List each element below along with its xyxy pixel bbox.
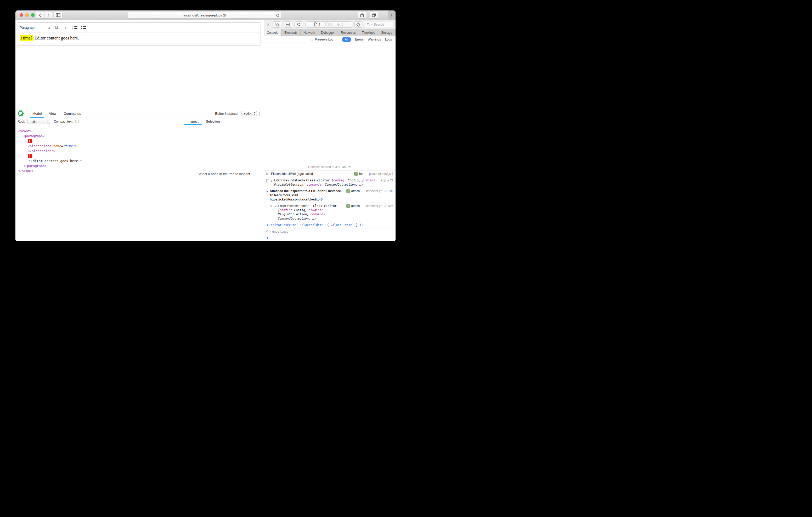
tree-line[interactable]: <placeholder name="time"> xyxy=(18,144,184,149)
dash: — xyxy=(361,189,364,193)
model-tree-pane: Root: main Compact text: <$root><paragra xyxy=(16,118,184,241)
zoom-window-button[interactable] xyxy=(31,13,34,17)
console-row[interactable] xyxy=(264,235,396,241)
tree-line[interactable]: </paragraph> xyxy=(18,163,184,168)
source-file-link[interactable]: inspector.js:133:326 xyxy=(366,204,394,208)
tree-line[interactable]: ] xyxy=(18,153,184,158)
numbered-list-icon: 1 2 xyxy=(72,26,78,29)
console-source-location[interactable]: ƒinit — placeholderui.js:7 xyxy=(354,172,394,176)
bulleted-list-button[interactable] xyxy=(79,24,88,31)
console-row[interactable]: ▶Editor was initialized – ClassicEditor … xyxy=(264,177,396,188)
console-segment: – xyxy=(310,204,313,208)
tab-debugger[interactable]: Debugger xyxy=(318,29,338,36)
tab-commands[interactable]: Commands xyxy=(60,109,85,118)
console-row[interactable]: undefined xyxy=(264,228,396,235)
issues-summary-button[interactable]: 4 0 xyxy=(306,22,352,28)
detach-button[interactable] xyxy=(272,22,281,28)
close-window-button[interactable] xyxy=(20,13,23,17)
console-row[interactable]: editor.execute( 'placeholder', { value: … xyxy=(264,222,396,228)
tree-token-tag: $root xyxy=(20,129,30,133)
source-file-link[interactable]: app.js:21 xyxy=(381,178,394,182)
console-source-location[interactable]: app.js:21 xyxy=(381,178,394,182)
source-file-link[interactable]: inspector.js:133:182 xyxy=(366,189,394,193)
element-picker-button[interactable] xyxy=(354,22,362,28)
tab-resources[interactable]: Resources xyxy=(338,29,359,36)
tab-overview-button[interactable] xyxy=(370,12,378,19)
editor-text: Editor content goes here. xyxy=(34,35,79,40)
preserve-log-label: Preserve Log xyxy=(315,38,333,41)
ckeditor-toolbar: Paragraph B I 1 2 xyxy=(17,23,261,32)
inspector-collapse-button[interactable] xyxy=(260,112,260,116)
new-tab-button[interactable]: + xyxy=(388,10,396,20)
devtools-toolbar: ✕ xyxy=(264,20,396,29)
console-segment: – xyxy=(303,179,306,182)
tree-token-ab: > xyxy=(45,164,47,168)
source-file-link[interactable]: placeholderui.js:7 xyxy=(369,172,394,176)
address-bar[interactable]: localhost/creating-a-plugin2/ xyxy=(128,12,282,19)
console-row[interactable]: ▼Attached the inspector to a CKEditor 5 … xyxy=(264,188,396,203)
console-segment: Editor was initialized xyxy=(274,179,303,182)
tab-elements[interactable]: Elements xyxy=(282,29,300,36)
forward-button[interactable] xyxy=(44,12,53,19)
italic-button[interactable]: I xyxy=(61,24,70,31)
dock-side-button[interactable] xyxy=(284,22,292,28)
tree-line[interactable]: <$root> xyxy=(18,129,184,133)
tab-inspect[interactable]: Inspect xyxy=(184,118,202,125)
console-link[interactable]: https://ckeditor.com/docs/ckeditor5 xyxy=(270,197,323,201)
editor-editable-area[interactable]: {time} Editor content goes here. xyxy=(17,32,261,45)
tree-line[interactable]: <paragraph> xyxy=(18,133,184,139)
tree-line[interactable]: [ xyxy=(18,139,184,144)
console-source-location[interactable]: ƒattach — inspector.js:133:326 xyxy=(346,204,394,208)
console-row[interactable]: ▶Editor instance "editor" – ClassicEdito… xyxy=(264,203,396,222)
tab-selection[interactable]: Selection xyxy=(202,118,224,125)
root-select[interactable]: main xyxy=(27,119,50,124)
disclosure-triangle-icon[interactable]: ▶ xyxy=(271,179,272,183)
disclosure-triangle-icon[interactable]: ▼ xyxy=(266,190,268,194)
share-button[interactable] xyxy=(357,12,366,19)
console-segment: plugins xyxy=(362,179,375,182)
tab-view[interactable]: View xyxy=(45,109,60,118)
preserve-log-checkbox[interactable] xyxy=(310,38,313,41)
tab-timelines[interactable]: Timelines xyxy=(359,29,378,36)
tab-storage[interactable]: Storage xyxy=(378,29,395,36)
sidebar-button[interactable] xyxy=(54,12,62,19)
tab-model[interactable]: Model xyxy=(29,109,45,118)
tree-token-tag: paragraph xyxy=(27,164,45,168)
filter-errors[interactable]: Errors xyxy=(355,38,364,41)
tree-line[interactable]: "Editor content goes here." xyxy=(18,158,184,163)
warning-triangle-icon xyxy=(337,23,341,26)
compact-text-checkbox[interactable] xyxy=(75,120,79,123)
model-tree[interactable]: <$root><paragraph>[<placeholder name="ti… xyxy=(16,125,184,241)
tab-console[interactable]: Console xyxy=(264,29,282,36)
bold-button[interactable]: B xyxy=(52,24,61,31)
function-icon: ƒ xyxy=(354,172,358,176)
devtools-search-input[interactable]: Search xyxy=(365,22,394,27)
filter-logs[interactable]: Logs xyxy=(385,38,392,41)
reload-page-button[interactable] xyxy=(295,22,303,28)
back-button[interactable] xyxy=(36,12,45,19)
filter-all[interactable]: All xyxy=(342,37,351,42)
minimize-window-button[interactable] xyxy=(25,13,29,17)
tab-network[interactable]: Network xyxy=(300,29,318,36)
editor-instance-select[interactable]: editor xyxy=(241,111,257,116)
tree-line[interactable]: </placeholder> xyxy=(18,149,184,153)
console-segment: PlaceholderUI#init() got called xyxy=(271,172,313,176)
reload-button[interactable] xyxy=(276,13,280,17)
console-message-text: editor.execute( 'placeholder', { value: … xyxy=(271,223,394,227)
console-source-location[interactable]: ƒattach — inspector.js:133:182 xyxy=(346,189,394,193)
numbered-list-button[interactable]: 1 2 xyxy=(70,24,79,31)
console-segment: : CommandCollection, …} xyxy=(321,183,363,186)
chevron-down-icon xyxy=(371,24,373,25)
console-row[interactable]: PlaceholderUI#init() got calledƒinit — p… xyxy=(264,171,396,177)
filter-warnings[interactable]: Warnings xyxy=(368,38,381,41)
placeholder-widget[interactable]: {time} xyxy=(20,35,33,41)
log-source-icon xyxy=(270,204,273,208)
tree-line[interactable]: </$root> xyxy=(18,168,184,173)
tab-overflow-button[interactable]: » xyxy=(395,29,396,36)
close-devtools-button[interactable]: ✕ xyxy=(266,23,270,27)
ckeditor-logo-icon: 5 xyxy=(18,110,24,117)
paragraph-dropdown[interactable]: Paragraph xyxy=(20,26,52,30)
console-output[interactable]: Console cleared at 4:53:46 PM Placeholde… xyxy=(264,43,396,241)
disclosure-triangle-icon[interactable]: ▶ xyxy=(275,205,276,209)
tree-token-ab: </ xyxy=(23,164,27,168)
